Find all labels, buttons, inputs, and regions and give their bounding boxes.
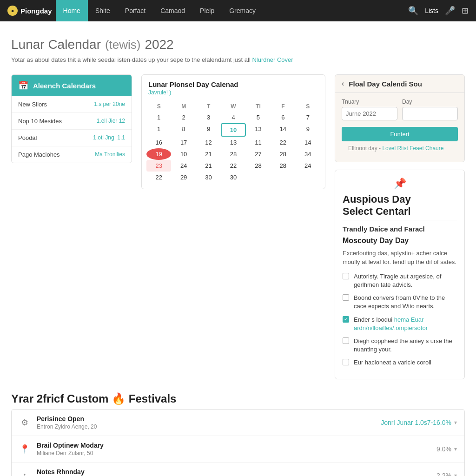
ausp-section1: Trandly Daice and Faracl (343, 220, 457, 233)
row2-value[interactable]: 1.ell Jier 12 (97, 118, 125, 125)
cal-cell[interactable]: 7 (296, 112, 320, 123)
lists-button[interactable]: Lists (425, 7, 438, 14)
search-icon[interactable]: 🔍 (408, 6, 418, 16)
cal-head-ti: TI (246, 101, 271, 112)
cal-cell[interactable]: 6 (271, 112, 295, 123)
find-button[interactable]: Funtert (342, 127, 458, 141)
checkbox-1[interactable] (343, 273, 349, 279)
checkbox-5[interactable] (343, 359, 349, 365)
nav-home[interactable]: Home (56, 0, 88, 21)
checkbox-4[interactable] (343, 337, 349, 344)
cal-cell[interactable]: 10 (171, 148, 196, 160)
expand-icon-1[interactable]: ▾ (454, 419, 457, 426)
festival-item-2: 📍 Brail Optinew Modary Miliane Derr Zula… (12, 436, 464, 463)
expand-icon-3[interactable]: ▾ (454, 472, 457, 476)
cal-cell[interactable]: 28 (271, 148, 295, 160)
month-input[interactable] (342, 107, 397, 120)
cal-cell-soft[interactable]: 23 (146, 160, 171, 172)
cal-cell[interactable]: 1 (146, 112, 171, 123)
row4-value[interactable]: Ma Tronllies (95, 151, 125, 158)
cal-cell[interactable]: 28 (246, 160, 271, 172)
right-panel-nav: ‹ Floal Day Calendi Sou (335, 75, 464, 93)
ausp-bold-title: Moscouty Day Day (343, 237, 457, 245)
nav-gremacy[interactable]: Gremacy (222, 0, 263, 21)
right-panel-footer: Elltnoot day - Lovel Rlist Feaet Chaure (342, 145, 458, 156)
festivals-list: ⚙ Perisince Open Entron Zyldro Aenge, 20… (11, 409, 465, 476)
cal-cell[interactable]: 22 (221, 160, 245, 172)
cal-cell[interactable]: 13 (221, 137, 245, 148)
cal-cell[interactable]: 29 (171, 172, 196, 183)
cal-cell-highlighted[interactable]: 19 (146, 148, 171, 160)
nav-camaod[interactable]: Camaod (153, 0, 192, 21)
cal-week-3: 16 17 12 13 11 22 14 (146, 137, 320, 148)
cal-cell[interactable]: 21 (196, 148, 221, 160)
nav-porfact[interactable]: Porfact (118, 0, 153, 21)
cal-cell[interactable]: 1 (146, 123, 171, 137)
row3-value[interactable]: 1.otl Jng. 1.1 (93, 134, 125, 141)
cal-cell[interactable]: 5 (246, 112, 271, 123)
middle-column: Lunar Plonsel Day Calenad Javrule! ) S M… (141, 74, 325, 189)
cal-cell[interactable]: 12 (196, 137, 221, 148)
auspicious-panel: 📌 Auspious DaySelect Centarl Trandly Dai… (335, 170, 465, 379)
cal-cell[interactable]: 34 (296, 148, 320, 160)
checkbox-3[interactable]: ✓ (343, 316, 349, 323)
day-input[interactable] (402, 107, 458, 120)
festival-pct-2: 9.0% (436, 445, 451, 453)
cal-cell[interactable]: 13 (246, 123, 271, 137)
cal-cell[interactable]: 22 (146, 172, 171, 183)
cal-cell[interactable]: 17 (171, 137, 196, 148)
cal-cell[interactable]: 22 (271, 137, 295, 148)
cal-week-6: 22 29 30 30 - - - (146, 172, 320, 183)
cal-week-1: 1 2 3 4 5 6 7 (146, 112, 320, 123)
subtitle-link[interactable]: Nlurdner Cover (252, 56, 293, 63)
ausp-list-item-5: Eur hacloneat a varicle coroll (343, 358, 457, 367)
festival-sub-2: Miliane Derr Zulanr, 50 (37, 450, 430, 456)
cal-cell[interactable]: 21 (196, 160, 221, 172)
cal-cell[interactable]: 30 (196, 172, 221, 183)
festival-name-2: Brail Optinew Modary (37, 442, 430, 449)
fire-icon: 🔥 (112, 392, 126, 405)
expand-icon-2[interactable]: ▾ (454, 446, 457, 452)
cal-cell[interactable]: 2 (171, 112, 196, 123)
cal-cell[interactable]: 11 (246, 137, 271, 148)
cal-cell[interactable]: 8 (171, 123, 196, 137)
nav-plelp[interactable]: Plelp (192, 0, 222, 21)
cal-cell[interactable]: 28 (221, 148, 245, 160)
cal-cell[interactable]: 16 (146, 137, 171, 148)
logo: ● Piongday (7, 6, 52, 16)
festival-item-1: ⚙ Perisince Open Entron Zyldro Aenge, 20… (12, 410, 464, 436)
cal-cell[interactable]: 28 (271, 160, 295, 172)
nav-shite[interactable]: Shite (88, 0, 118, 21)
left-column: 📅 Aleench Calendars New Silors 1.s per 2… (11, 74, 132, 163)
cal-cell[interactable]: 14 (296, 137, 320, 148)
right-panel: ‹ Floal Day Calendi Sou Tnuary Day (335, 74, 465, 162)
footer-link[interactable]: Lovel Rlist Feaet Chaure (382, 145, 443, 152)
cal-cell[interactable]: 24 (296, 160, 320, 172)
cal-cell[interactable]: 3 (196, 112, 221, 123)
row1-value[interactable]: 1.s per 20ne (94, 101, 125, 108)
cal-cell[interactable]: 30 (221, 172, 245, 183)
cal-cell[interactable]: 27 (246, 148, 271, 160)
right-panel-fields: Tnuary Day Funtert Elltnoot day - Lovel (335, 93, 464, 162)
left-panel-row-4: Pago Maciohes Ma Tronllies (12, 146, 132, 163)
calendar-grid: S M T W TI F S 1 2 3 (142, 98, 325, 189)
cal-head-w: W (221, 101, 245, 112)
cal-cell[interactable]: 4 (221, 112, 245, 123)
cal-cell-empty: - (271, 172, 295, 183)
cal-cell[interactable]: 14 (271, 123, 295, 137)
ausp-link[interactable]: hema Euar ardn/n/lloailles/.ompiersotor (354, 316, 428, 331)
grid-icon[interactable]: ⊞ (462, 6, 469, 16)
checkbox-2[interactable] (343, 294, 349, 301)
cal-cell[interactable]: 24 (171, 160, 196, 172)
month-label: Tnuary (342, 99, 397, 105)
left-arrow-icon[interactable]: ‹ (342, 79, 344, 88)
cal-cell[interactable]: 9 (196, 123, 221, 137)
mic-icon[interactable]: 🎤 (445, 6, 455, 16)
ausp-list-item-1: Autoristy. Tiragle aut argesice, of gerl… (343, 272, 457, 289)
cal-cell-today[interactable]: 10 (221, 123, 245, 137)
calendar-month: Javrule! ) (148, 89, 318, 96)
row1-label: New Silors (18, 101, 47, 108)
left-panel-row-3: Poodal 1.otl Jng. 1.1 (12, 130, 132, 146)
cal-cell[interactable]: 9 (296, 123, 320, 137)
logo-text: Piongday (20, 7, 52, 15)
